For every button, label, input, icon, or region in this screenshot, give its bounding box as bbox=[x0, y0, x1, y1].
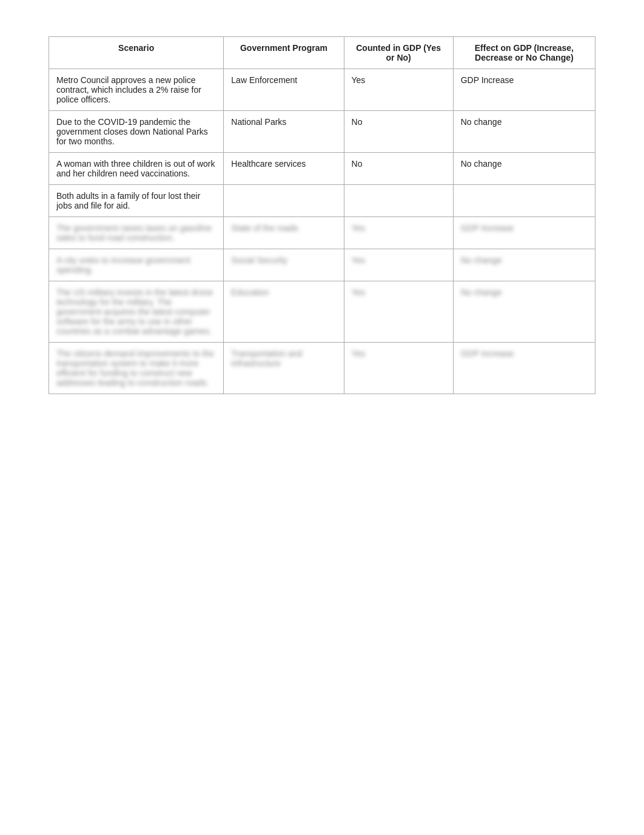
cell-gdp-count: Yes bbox=[344, 249, 453, 281]
cell-gdp-count bbox=[344, 185, 453, 217]
cell-scenario: A city votes to increase government spen… bbox=[49, 249, 224, 281]
cell-scenario: Both adults in a family of four lost the… bbox=[49, 185, 224, 217]
table-row: A city votes to increase government spen… bbox=[49, 249, 595, 281]
cell-effect: GDP Increase bbox=[453, 69, 595, 111]
cell-gdp-count: Yes bbox=[344, 69, 453, 111]
table-row: The citizens demand improvements to the … bbox=[49, 343, 595, 394]
header-effect: Effect on GDP (Increase, Decrease or No … bbox=[453, 37, 595, 69]
cell-effect: No change bbox=[453, 111, 595, 153]
cell-effect: No change bbox=[453, 281, 595, 343]
cell-program: Healthcare services bbox=[224, 153, 344, 185]
cell-scenario: The citizens demand improvements to the … bbox=[49, 343, 224, 394]
header-program: Government Program bbox=[224, 37, 344, 69]
cell-effect bbox=[453, 185, 595, 217]
header-scenario: Scenario bbox=[49, 37, 224, 69]
cell-program: Social Security bbox=[224, 249, 344, 281]
cell-effect: No change bbox=[453, 249, 595, 281]
cell-gdp-count: Yes bbox=[344, 281, 453, 343]
cell-effect: No change bbox=[453, 153, 595, 185]
cell-gdp-count: No bbox=[344, 111, 453, 153]
table-row: The US military invests in the latest dr… bbox=[49, 281, 595, 343]
cell-program: Law Enforcement bbox=[224, 69, 344, 111]
cell-gdp-count: No bbox=[344, 153, 453, 185]
cell-program: State of the roads bbox=[224, 217, 344, 249]
cell-program: Education bbox=[224, 281, 344, 343]
cell-effect: GDP Increase bbox=[453, 217, 595, 249]
table-row: A woman with three children is out of wo… bbox=[49, 153, 595, 185]
cell-scenario: The US military invests in the latest dr… bbox=[49, 281, 224, 343]
cell-gdp-count: Yes bbox=[344, 343, 453, 394]
table-row: Both adults in a family of four lost the… bbox=[49, 185, 595, 217]
table-row: Metro Council approves a new police cont… bbox=[49, 69, 595, 111]
cell-gdp-count: Yes bbox=[344, 217, 453, 249]
cell-scenario: A woman with three children is out of wo… bbox=[49, 153, 224, 185]
cell-program: National Parks bbox=[224, 111, 344, 153]
header-gdp-count: Counted in GDP (Yes or No) bbox=[344, 37, 453, 69]
table-row: Due to the COVID-19 pandemic the governm… bbox=[49, 111, 595, 153]
cell-program bbox=[224, 185, 344, 217]
cell-program: Transportation and infrastructure bbox=[224, 343, 344, 394]
cell-scenario: Due to the COVID-19 pandemic the governm… bbox=[49, 111, 224, 153]
gdp-table: Scenario Government Program Counted in G… bbox=[49, 36, 595, 394]
table-row: The government raises taxes on gasoline … bbox=[49, 217, 595, 249]
cell-scenario: The government raises taxes on gasoline … bbox=[49, 217, 224, 249]
cell-effect: GDP Increase bbox=[453, 343, 595, 394]
cell-scenario: Metro Council approves a new police cont… bbox=[49, 69, 224, 111]
